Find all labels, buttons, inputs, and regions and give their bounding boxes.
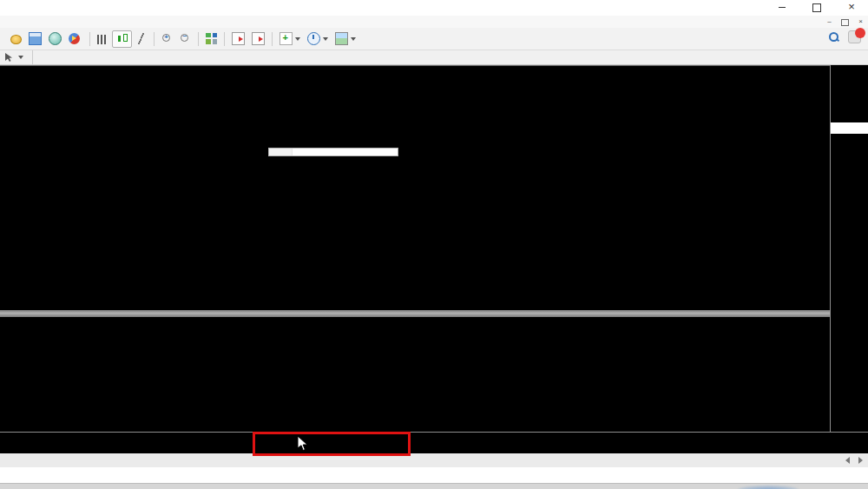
zoom-in-icon (161, 33, 173, 44)
trade-table-header (0, 467, 868, 484)
candlestick-chart-button[interactable] (112, 30, 132, 48)
autotrading-icon (69, 33, 80, 44)
bar-chart-button[interactable] (94, 30, 112, 48)
chart-context-menu (268, 148, 398, 156)
child-minimize-icon[interactable]: – (825, 17, 833, 25)
profile-next-button[interactable] (248, 30, 268, 48)
tile-windows-button[interactable] (202, 30, 220, 48)
chevron-down-icon (18, 56, 23, 59)
cursor-tool-icon (3, 52, 16, 63)
templates-button[interactable] (332, 30, 359, 48)
tabs-scroll-left-icon[interactable] (845, 457, 850, 464)
zoom-out-button[interactable] (176, 30, 194, 48)
autotrading-button[interactable] (65, 30, 86, 48)
macd-indicator-panel[interactable] (0, 317, 830, 432)
chevron-down-icon (295, 37, 300, 41)
market-watch-button[interactable] (25, 30, 45, 48)
broker-logo (738, 486, 799, 489)
profile-button[interactable] (228, 30, 248, 48)
child-window-controls: – × (825, 17, 865, 26)
chart-tabs-bar (0, 453, 868, 467)
new-order-button[interactable] (0, 30, 7, 48)
add-indicator-icon (279, 32, 293, 45)
line-chart-icon (135, 33, 147, 44)
profile-icon (232, 32, 245, 45)
macd-canvas (0, 317, 830, 432)
chevron-down-icon (323, 37, 328, 41)
zoom-in-button[interactable] (158, 30, 176, 48)
current-price-badge (831, 122, 868, 134)
child-close-icon[interactable]: × (857, 17, 865, 25)
zoom-out-icon (180, 33, 191, 44)
mt4-application-window: × – × (0, 0, 868, 489)
templates-icon (335, 32, 348, 45)
periods-button[interactable] (304, 30, 332, 48)
notifications-icon[interactable] (848, 30, 861, 43)
periods-icon (307, 32, 320, 45)
maximize-button[interactable] (804, 0, 830, 16)
standard-toolbar (0, 28, 868, 50)
profile-next-icon (252, 32, 265, 45)
candlestick-chart-icon (116, 33, 128, 44)
history-center-button[interactable] (7, 30, 25, 48)
notification-badge (855, 28, 865, 38)
coins-icon (10, 35, 22, 44)
add-indicator-button[interactable] (276, 30, 304, 48)
tabs-scroll-right-icon[interactable] (858, 457, 863, 464)
context-menu-icon-gutter (269, 149, 293, 155)
charts-window-icon (29, 32, 42, 45)
account-status-bar (0, 483, 868, 489)
mouse-cursor (297, 435, 309, 453)
title-bar: × (0, 0, 868, 16)
date-axis (0, 432, 868, 454)
crosshair-tool-button[interactable] (3, 52, 23, 63)
price-axis (830, 65, 868, 453)
line-chart-button[interactable] (132, 30, 150, 48)
annotation-highlight-box (253, 432, 411, 456)
minimize-button[interactable] (769, 0, 795, 16)
child-restore-icon[interactable] (841, 19, 849, 26)
close-button[interactable]: × (838, 0, 865, 16)
candlestick-canvas (0, 66, 830, 311)
chevron-down-icon (351, 37, 356, 41)
timeframe-bar (0, 50, 868, 65)
search-icon[interactable] (828, 31, 839, 43)
globe-icon (49, 32, 62, 45)
tile-windows-icon (206, 33, 217, 44)
main-price-chart[interactable] (0, 65, 830, 311)
panel-splitter[interactable] (0, 310, 868, 317)
bar-chart-icon (97, 35, 108, 44)
web-button[interactable] (45, 30, 65, 48)
menu-bar: – × (0, 16, 868, 28)
